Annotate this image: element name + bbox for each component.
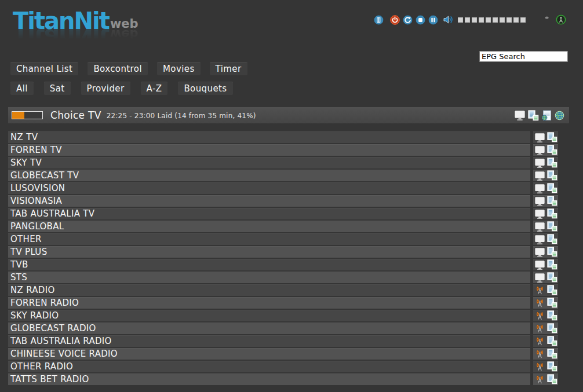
- nav-movies-button[interactable]: Movies: [157, 62, 201, 75]
- pause-icon[interactable]: [428, 15, 438, 25]
- epg-icon[interactable]: [547, 208, 558, 219]
- epg-icon[interactable]: [547, 145, 558, 155]
- tv-icon[interactable]: [534, 273, 545, 283]
- tv-icon[interactable]: [534, 235, 545, 244]
- nav-timer-button[interactable]: Timer: [210, 62, 247, 75]
- nav-channel-list-button[interactable]: Channel List: [10, 62, 78, 75]
- channel-name[interactable]: CHINEESE VOICE RADIO: [8, 348, 530, 360]
- volume-segment[interactable]: [520, 17, 526, 23]
- epg-icon[interactable]: [547, 374, 558, 384]
- filter-sat-button[interactable]: Sat: [44, 82, 71, 95]
- epg-icon[interactable]: [547, 170, 558, 181]
- epg-icon[interactable]: [547, 323, 558, 334]
- tv-icon[interactable]: [514, 110, 526, 120]
- nav-boxcontrol-button[interactable]: Boxcontrol: [88, 62, 148, 75]
- channel-name[interactable]: STS: [8, 272, 530, 283]
- volume-icon[interactable]: [443, 14, 454, 25]
- channel-name[interactable]: TVB: [8, 259, 530, 270]
- power-icon[interactable]: [390, 15, 400, 25]
- volume-segment[interactable]: [465, 17, 470, 23]
- radio-icon[interactable]: [534, 298, 545, 308]
- remote-icon[interactable]: [374, 15, 384, 25]
- channel-name[interactable]: FORREN RADIO: [8, 297, 530, 309]
- volume-segment[interactable]: [472, 17, 477, 23]
- tv-icon[interactable]: [534, 171, 545, 181]
- epg-icon[interactable]: [547, 196, 558, 206]
- volume-segment[interactable]: [500, 17, 505, 23]
- radio-icon[interactable]: [534, 324, 545, 334]
- volume-segment[interactable]: [513, 17, 519, 23]
- channel-name[interactable]: VISIONASIA: [8, 195, 530, 207]
- tv-icon[interactable]: [534, 184, 545, 193]
- filter-all-button[interactable]: All: [10, 82, 34, 95]
- radio-icon[interactable]: [534, 375, 545, 384]
- volume-segment[interactable]: [458, 17, 463, 23]
- stream-icon[interactable]: [556, 14, 566, 25]
- now-playing-bar: Choice TV 22:25 - 23:00 Laid (14 from 35…: [8, 107, 569, 123]
- volume-segment[interactable]: [507, 17, 512, 23]
- epg-icon[interactable]: [547, 247, 558, 257]
- stop-icon[interactable]: [416, 15, 425, 25]
- channel-name[interactable]: TATTS BET RADIO: [8, 373, 530, 385]
- epg-icon[interactable]: [547, 349, 558, 359]
- channel-name[interactable]: OTHER: [8, 233, 530, 245]
- titannit-web-page: TitanNitweb TitanNitweb Channel List Box…: [0, 0, 583, 392]
- epg-icon[interactable]: [547, 157, 558, 168]
- epg-icon[interactable]: [528, 110, 539, 121]
- epg-icon[interactable]: [547, 285, 558, 295]
- epg-icon[interactable]: [547, 298, 558, 308]
- epg-icon[interactable]: [547, 272, 558, 283]
- tv-icon[interactable]: [534, 145, 545, 155]
- tv-icon[interactable]: [534, 196, 545, 206]
- tv-icon[interactable]: [534, 247, 545, 257]
- radio-icon[interactable]: [534, 311, 545, 321]
- globe-icon[interactable]: [555, 111, 564, 120]
- radio-icon[interactable]: [534, 362, 545, 372]
- channel-name[interactable]: TAB AUSTRALIA RADIO: [8, 335, 530, 347]
- channel-row-actions: [533, 284, 558, 296]
- volume-segment[interactable]: [493, 17, 498, 23]
- volume-segment[interactable]: [479, 17, 484, 23]
- channel-name[interactable]: GLOBECAST RADIO: [8, 323, 530, 334]
- epg-icon[interactable]: [547, 221, 558, 232]
- volume-segment[interactable]: [486, 17, 491, 23]
- epg-icon[interactable]: [547, 259, 558, 270]
- radio-icon[interactable]: [534, 349, 545, 359]
- tv-icon[interactable]: [534, 209, 545, 219]
- volume-bar[interactable]: [458, 17, 526, 23]
- filter-az-button[interactable]: A-Z: [141, 82, 168, 95]
- epg-icon[interactable]: [547, 234, 558, 244]
- channel-row-actions: [533, 144, 558, 156]
- channel-row: PANGLOBAL: [8, 221, 558, 232]
- channel-name[interactable]: NZ TV: [8, 131, 530, 143]
- epg-icon[interactable]: [547, 132, 558, 142]
- channel-name[interactable]: TV PLUS: [8, 246, 530, 258]
- filter-provider-button[interactable]: Provider: [81, 82, 130, 95]
- filter-bouquets-button[interactable]: Bouquets: [178, 82, 232, 95]
- channel-name[interactable]: GLOBECAST TV: [8, 170, 530, 181]
- epg-icon[interactable]: [547, 336, 558, 346]
- channel-name[interactable]: FORREN TV: [8, 144, 530, 156]
- tv-icon[interactable]: [534, 260, 545, 270]
- epg-icon[interactable]: [547, 310, 558, 321]
- channel-row-actions: [533, 246, 558, 258]
- restart-icon[interactable]: [403, 15, 413, 25]
- channel-name[interactable]: LUSOVISION: [8, 182, 530, 194]
- tv-icon[interactable]: [534, 222, 545, 232]
- channel-name[interactable]: PANGLOBAL: [8, 221, 530, 232]
- tv-icon[interactable]: [534, 133, 545, 142]
- channel-name[interactable]: SKY RADIO: [8, 310, 530, 321]
- channel-name[interactable]: NZ RADIO: [8, 284, 530, 296]
- epg-icon[interactable]: [547, 183, 558, 193]
- webpage-icon[interactable]: [541, 110, 552, 121]
- epg-search-input[interactable]: [479, 51, 568, 62]
- channel-name[interactable]: SKY TV: [8, 157, 530, 168]
- tv-icon[interactable]: [534, 158, 545, 168]
- radio-icon[interactable]: [534, 336, 545, 346]
- channel-row: OTHER RADIO: [8, 361, 558, 372]
- main-nav: Channel List Boxcontrol Movies Timer: [10, 62, 247, 75]
- epg-icon[interactable]: [547, 361, 558, 372]
- radio-icon[interactable]: [534, 285, 545, 295]
- channel-name[interactable]: OTHER RADIO: [8, 361, 530, 372]
- channel-name[interactable]: TAB AUSTRALIA TV: [8, 208, 530, 219]
